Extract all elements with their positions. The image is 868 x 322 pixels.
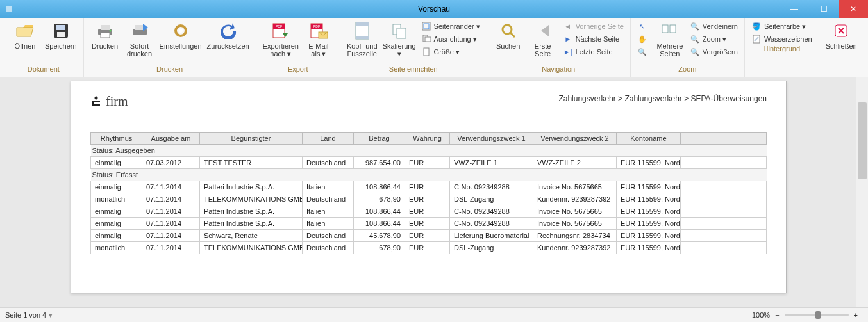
group-dokument: Öffnen Speichern Dokument: [4, 18, 84, 77]
hand-icon: ✋: [637, 34, 647, 44]
zoom-in-icon: 🔍: [690, 47, 700, 57]
svg-text:PDF: PDF: [276, 24, 282, 28]
column-header: Betrag: [354, 133, 405, 145]
svg-point-11: [179, 29, 183, 33]
magnifier-icon: [498, 20, 519, 41]
zoom-in-button[interactable]: 🔍Vergrößern: [687, 46, 740, 58]
column-header: Verwendungszweck 2: [533, 133, 617, 145]
group-label-dokument: Dokument: [8, 65, 79, 76]
group-background: 🪣Seitenfarbe ▾ Wasserzeichen Hintergrund: [745, 18, 819, 77]
email-as-button[interactable]: PDF E-Mail als ▾: [301, 19, 336, 65]
header-footer-button[interactable]: Kopf- und Fusszeile: [344, 19, 380, 65]
brand-text: firm: [106, 94, 128, 109]
zoom-icon: 🔍: [690, 34, 700, 44]
scale-button[interactable]: Skalierung ▾: [380, 19, 419, 65]
report-table: RhythmusAusgabe amBegünstigterLandBetrag…: [90, 132, 767, 254]
svg-line-30: [510, 33, 515, 37]
next-page-button[interactable]: ►Nächste Seite: [560, 33, 626, 45]
svg-text:PDF: PDF: [313, 24, 320, 28]
vertical-scrollbar[interactable]: [856, 77, 868, 308]
print-button[interactable]: Drucken: [88, 19, 122, 65]
chevron-right-icon: ►: [563, 34, 573, 44]
page-color-button[interactable]: 🪣Seitenfarbe ▾: [749, 20, 815, 32]
svg-rect-2: [56, 25, 65, 30]
table-row: einmalig07.11.2014Patteri Industrie S.p.…: [91, 218, 767, 230]
close-icon: [831, 20, 851, 41]
first-page-icon: [533, 20, 553, 41]
find-button[interactable]: Suchen: [491, 19, 526, 65]
column-header: Begünstigter: [200, 133, 303, 145]
titlebar: Vorschau — ☐ ✕: [0, 0, 868, 18]
svg-rect-31: [662, 25, 668, 33]
column-header: Land: [303, 133, 354, 145]
zoom-slider-knob[interactable]: [815, 311, 821, 319]
group-label-export: Export: [260, 65, 336, 76]
svg-rect-3: [57, 32, 65, 37]
pointer-tool-button[interactable]: ↖: [635, 20, 650, 32]
svg-point-7: [109, 30, 111, 32]
column-header: Rhythmus: [91, 133, 142, 145]
column-header: Währung: [405, 133, 450, 145]
zoom-out-button[interactable]: 🔍Verkleinern: [687, 20, 740, 32]
margins-button[interactable]: Seitenränder ▾: [419, 20, 483, 32]
group-label-navigation: Navigation: [491, 65, 626, 76]
first-page-button: Erste Seite: [526, 19, 560, 65]
svg-rect-23: [397, 28, 406, 38]
paint-bucket-icon: 🪣: [751, 21, 762, 31]
multi-page-button[interactable]: Mehrere Seiten: [653, 19, 687, 65]
zoom-minus-button[interactable]: −: [775, 311, 779, 319]
svg-rect-27: [425, 37, 431, 42]
export-to-button[interactable]: PDF Exportieren nach ▾: [260, 19, 301, 65]
svg-rect-9: [135, 25, 144, 30]
hand-tool-button[interactable]: ✋: [635, 33, 650, 45]
zoom-plus-button[interactable]: +: [854, 311, 858, 319]
printer-icon: [95, 20, 115, 41]
group-close: Schließen: [819, 18, 864, 77]
svg-rect-21: [356, 36, 369, 39]
open-button[interactable]: Öffnen: [8, 19, 42, 65]
table-row: monatlich07.11.2014TELEKOMMUNIKATIONS GM…: [91, 193, 767, 205]
status-row: Status: Ausgegeben: [91, 145, 767, 157]
gear-icon: [171, 20, 191, 41]
orientation-button[interactable]: Ausrichtung ▾: [419, 33, 483, 45]
svg-rect-25: [424, 24, 429, 29]
group-zoom: ↖ ✋ 🔍 Mehrere Seiten 🔍Verkleinern 🔍Zoom …: [631, 18, 745, 77]
magnifier-tool-button[interactable]: 🔍: [635, 46, 650, 58]
page-dropdown-icon[interactable]: ▾: [49, 311, 53, 319]
sparkasse-icon: [90, 96, 102, 108]
svg-rect-6: [101, 33, 110, 38]
window-title: Vorschau: [0, 4, 868, 13]
svg-rect-20: [356, 22, 369, 26]
svg-rect-39: [92, 101, 94, 106]
header-footer-icon: [352, 20, 372, 41]
close-preview-button[interactable]: Schließen: [823, 19, 860, 65]
group-navigation: Suchen Erste Seite ◄Vorherige Seite ►Näc…: [487, 18, 631, 77]
group-label-drucken: Drucken: [88, 65, 252, 76]
preview-area: firm Zahlungsverkehr > Zahlungsverkehr >…: [0, 77, 868, 308]
quick-print-button[interactable]: Sofort drucken: [122, 19, 157, 65]
statusbar: Seite 1 von 4 ▾ 100% − +: [0, 307, 868, 322]
last-page-button[interactable]: ►|Letzte Seite: [560, 46, 626, 58]
group-export: PDF Exportieren nach ▾ PDF E-Mail als ▾ …: [256, 18, 340, 77]
column-header: Ausgabe am: [142, 133, 200, 145]
multi-page-icon: [660, 20, 680, 41]
table-row: einmalig07.11.2014Patteri Industrie S.p.…: [91, 181, 767, 193]
watermark-button[interactable]: Wasserzeichen: [749, 33, 815, 45]
svg-rect-5: [101, 25, 110, 30]
zoom-slider[interactable]: [785, 314, 849, 316]
group-label-hintergrund: Hintergrund: [749, 45, 815, 55]
svg-point-29: [503, 25, 512, 34]
last-page-icon: ►|: [563, 47, 573, 57]
svg-rect-28: [424, 48, 429, 56]
zoom-button[interactable]: 🔍Zoom ▾: [687, 33, 740, 45]
scrollbar-thumb[interactable]: [858, 102, 867, 179]
size-button[interactable]: Größe ▾: [419, 46, 483, 58]
reset-button[interactable]: Zurücksetzen: [204, 19, 252, 65]
floppy-disk-icon: [51, 20, 71, 41]
save-button[interactable]: Speichern: [42, 19, 79, 65]
pdf-email-icon: PDF: [308, 20, 329, 41]
zoom-out-icon: 🔍: [690, 21, 700, 31]
table-row: einmalig07.03.2012TEST TESTERDeutschland…: [91, 157, 767, 169]
page-preview: firm Zahlungsverkehr > Zahlungsverkehr >…: [71, 81, 787, 293]
print-settings-button[interactable]: Einstellungen: [157, 19, 204, 65]
